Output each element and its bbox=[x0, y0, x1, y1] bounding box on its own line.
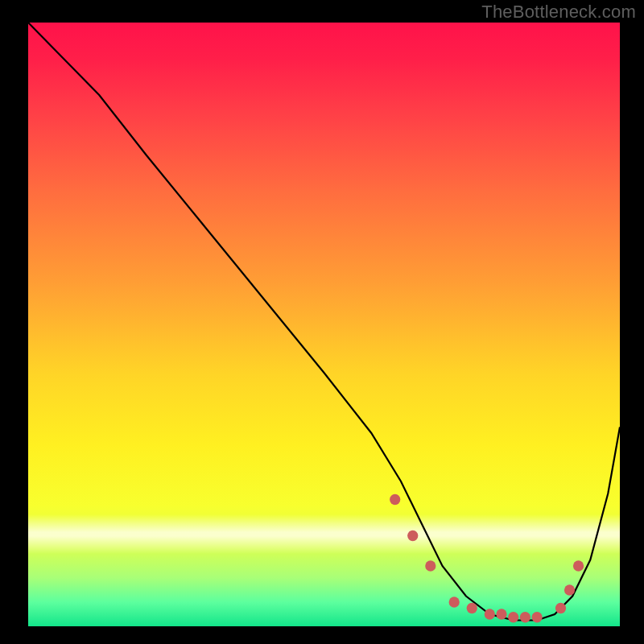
marker-dot bbox=[449, 597, 460, 608]
marker-dot bbox=[531, 612, 542, 623]
marker-dot bbox=[407, 530, 418, 542]
curve-path bbox=[28, 23, 620, 621]
marker-dot bbox=[390, 494, 400, 506]
chart-svg bbox=[28, 23, 620, 626]
marker-dot bbox=[520, 612, 530, 623]
marker-dot bbox=[508, 612, 518, 623]
marker-dot bbox=[467, 603, 477, 614]
marker-dot bbox=[573, 560, 584, 572]
marker-dot bbox=[496, 609, 506, 620]
chart-frame: TheBottleneck.com bbox=[0, 0, 644, 644]
watermark-text: TheBottleneck.com bbox=[481, 2, 636, 23]
marker-group bbox=[390, 494, 584, 623]
marker-dot bbox=[425, 560, 436, 572]
marker-dot bbox=[555, 603, 566, 614]
marker-dot bbox=[564, 584, 575, 596]
plot-area bbox=[28, 23, 620, 626]
marker-dot bbox=[485, 609, 495, 620]
